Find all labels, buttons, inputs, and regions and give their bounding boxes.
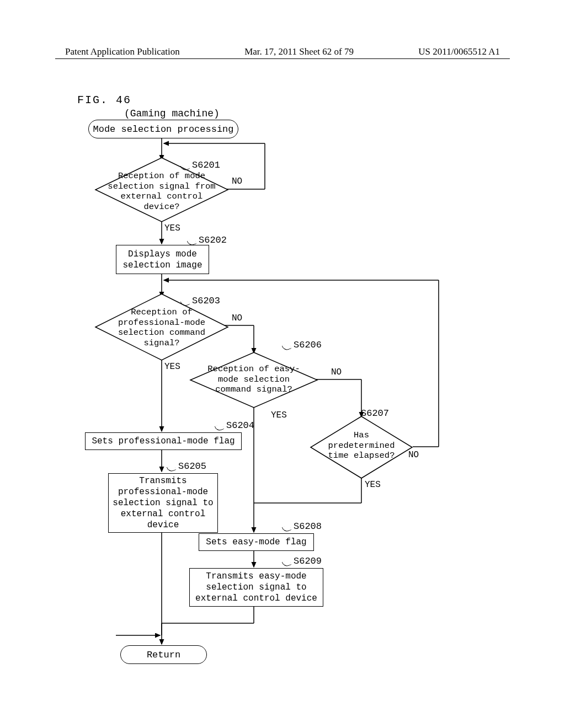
step-id-s6205: S6205	[178, 461, 206, 472]
process-s6202: Displays mode selection image	[116, 245, 209, 274]
yes-s6203: YES	[164, 362, 180, 372]
start-terminator: Mode selection processing	[88, 120, 238, 138]
yes-s6207: YES	[365, 480, 381, 490]
svg-marker-29	[190, 352, 317, 408]
arc-icon	[282, 559, 292, 568]
step-id-s6208: S6208	[294, 521, 322, 532]
figure-label: FIG. 46	[77, 94, 131, 106]
header-left: Patent Application Publication	[65, 46, 180, 57]
arc-icon	[215, 424, 225, 432]
step-id-s6209: S6209	[294, 556, 322, 566]
process-s6209: Transmits easy-mode selection signal to …	[189, 568, 323, 607]
figure-context: (Gaming machine)	[124, 108, 220, 119]
process-s6204: Sets professional-mode flag	[85, 432, 242, 450]
page-header: Patent Application Publication Mar. 17, …	[0, 46, 565, 57]
page: Patent Application Publication Mar. 17, …	[0, 0, 565, 728]
decision-s6206	[189, 351, 319, 409]
header-right: US 2011/0065512 A1	[418, 46, 500, 57]
arc-icon	[282, 343, 292, 351]
step-id-s6204: S6204	[226, 420, 254, 431]
no-s6206: NO	[331, 367, 342, 377]
decision-s6207	[309, 415, 414, 480]
no-s6201: NO	[232, 176, 242, 186]
step-id-s6203: S6203	[192, 296, 220, 306]
process-s6205: Transmits professional-mode selection si…	[108, 473, 218, 533]
yes-s6206: YES	[271, 410, 287, 420]
arc-icon	[167, 464, 177, 473]
return-terminator: Return	[120, 645, 207, 664]
step-id-s6202: S6202	[199, 235, 227, 245]
header-rule	[55, 58, 510, 59]
svg-marker-30	[311, 416, 412, 478]
step-id-s6206: S6206	[294, 340, 322, 350]
step-id-s6201: S6201	[192, 160, 220, 170]
arc-icon	[282, 524, 292, 533]
step-id-s6207: S6207	[361, 408, 389, 419]
no-s6203: NO	[232, 313, 242, 323]
yes-s6201: YES	[164, 223, 180, 233]
process-s6208: Sets easy-mode flag	[199, 533, 314, 551]
header-center: Mar. 17, 2011 Sheet 62 of 79	[244, 46, 354, 57]
no-s6207: NO	[408, 450, 419, 460]
